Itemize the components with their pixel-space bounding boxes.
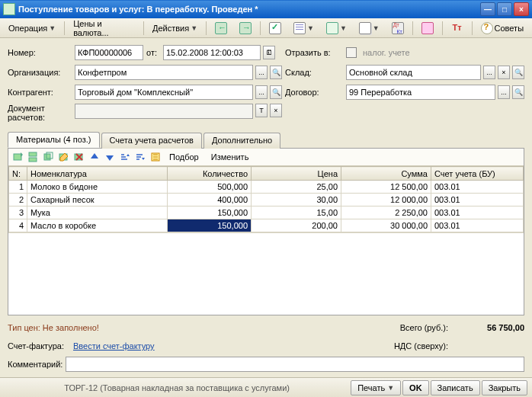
sort-desc-button[interactable]	[133, 150, 147, 164]
cell-nom[interactable]: Мука	[27, 207, 168, 219]
cell-n[interactable]: 3	[9, 207, 27, 219]
copy-button[interactable]: ▼	[354, 20, 385, 37]
sort-asc-button[interactable]	[118, 150, 132, 164]
actions-menu[interactable]: Действия ▼	[147, 21, 203, 35]
materials-grid[interactable]: N: Номенклатура Количество Цена Сумма Сч…	[8, 166, 524, 315]
post-button[interactable]	[264, 20, 287, 37]
col-number[interactable]: N:	[9, 167, 27, 181]
window-titlebar: Поступление товаров и услуг: В переработ…	[0, 0, 532, 18]
cell-acc[interactable]: 003.01	[431, 181, 524, 194]
green-doc-icon	[326, 22, 338, 34]
cell-sum[interactable]: 12 000,00	[341, 194, 431, 207]
cell-nom[interactable]: Сахарный песок	[27, 194, 168, 207]
cell-nom[interactable]: Молоко в бидоне	[27, 181, 168, 194]
delete-row-button[interactable]	[72, 150, 86, 164]
tax-checkbox[interactable]	[346, 47, 357, 58]
cell-acc[interactable]: 003.01	[431, 194, 524, 207]
number-field[interactable]	[75, 45, 143, 60]
col-nomenclature[interactable]: Номенклатура	[27, 167, 168, 181]
dtkt-icon	[392, 22, 404, 34]
move-up-button[interactable]	[88, 150, 101, 164]
add-row-button[interactable]	[11, 150, 25, 164]
cell-price[interactable]: 30,00	[252, 194, 341, 207]
change-button[interactable]: Изменить	[206, 150, 255, 164]
counterparty-field[interactable]	[75, 85, 253, 100]
date-picker-button[interactable]: 🗓	[263, 46, 275, 59]
col-account[interactable]: Счет учета (БУ)	[431, 167, 524, 181]
contract-select-button[interactable]: ...	[498, 85, 510, 99]
close-button[interactable]: Закрыть	[482, 380, 527, 395]
comment-label: Комментарий:	[8, 360, 66, 369]
cell-sum[interactable]: 12 500,00	[341, 181, 431, 194]
cell-n[interactable]: 1	[9, 181, 27, 194]
tab-materials[interactable]: Материалы (4 поз.)	[8, 132, 100, 148]
counterparty-open-button[interactable]: 🔍	[270, 85, 282, 99]
ok-button[interactable]: OK	[402, 380, 429, 395]
prices-button[interactable]: Цены и валюта...	[68, 17, 140, 40]
report-button[interactable]: ▼	[288, 20, 319, 37]
operation-menu[interactable]: Операция ▼	[3, 21, 61, 35]
col-quantity[interactable]: Количество	[168, 167, 252, 181]
cell-n[interactable]: 4	[9, 219, 27, 232]
enter-invoice-link[interactable]: Ввести счет-фактуру	[73, 341, 155, 351]
maximize-button[interactable]: □	[497, 2, 512, 16]
copy-row-button[interactable]	[42, 150, 56, 164]
change-label: Изменить	[211, 152, 249, 162]
tab-accounts[interactable]: Счета учета расчетов	[101, 133, 202, 149]
table-row[interactable]: 4Масло в коробке150,000200,0030 000,0000…	[9, 219, 524, 232]
org-open-button[interactable]: 🔍	[270, 66, 282, 79]
counterparty-select-button[interactable]: ...	[255, 85, 268, 99]
cell-qty[interactable]: 150,000	[168, 219, 252, 232]
warehouse-open-button[interactable]: 🔍	[512, 66, 524, 79]
close-window-button[interactable]: ×	[514, 2, 529, 16]
movements-button[interactable]	[386, 20, 409, 37]
warehouse-clear-button[interactable]: ×	[498, 66, 510, 79]
basis-button[interactable]: ▼	[321, 20, 352, 37]
comment-field[interactable]	[66, 357, 524, 372]
minimize-button[interactable]: —	[480, 2, 495, 16]
number-label: Номер:	[8, 48, 72, 57]
warehouse-select-button[interactable]: ...	[483, 66, 495, 79]
table-row[interactable]: 3Мука150,00015,002 250,00003.01	[9, 207, 524, 219]
insert-row-button[interactable]	[27, 150, 40, 164]
date-field[interactable]	[163, 45, 261, 60]
edit-row-button[interactable]	[57, 150, 71, 164]
cell-nom[interactable]: Масло в коробке	[27, 219, 168, 232]
move-down-button[interactable]	[103, 150, 117, 164]
org-field[interactable]	[75, 65, 253, 80]
nav-back-button[interactable]	[210, 20, 232, 37]
selection-button[interactable]: Подбор	[164, 150, 204, 164]
cell-acc[interactable]: 003.01	[431, 219, 524, 232]
contract-open-button[interactable]: 🔍	[512, 85, 524, 99]
org-select-button[interactable]: ...	[255, 66, 268, 79]
print-button[interactable]: Печать▼	[351, 380, 401, 395]
cell-qty[interactable]: 500,000	[168, 181, 252, 194]
cell-qty[interactable]: 400,000	[168, 194, 252, 207]
cell-n[interactable]: 2	[9, 194, 27, 207]
settlement-clear-button[interactable]: ×	[270, 104, 282, 117]
cell-price[interactable]: 25,00	[252, 181, 341, 194]
table-row[interactable]: 1Молоко в бидоне500,00025,0012 500,00003…	[9, 181, 524, 194]
cell-acc[interactable]: 003.01	[431, 207, 524, 219]
advice-label: Советы	[495, 24, 524, 33]
contract-field[interactable]	[346, 85, 495, 100]
fill-button[interactable]	[149, 150, 162, 164]
settlement-type-button[interactable]: T	[255, 104, 268, 117]
nav-forward-button[interactable]	[234, 20, 257, 37]
advice-button[interactable]: Советы	[476, 20, 529, 37]
col-sum[interactable]: Сумма	[341, 167, 431, 181]
col-price[interactable]: Цена	[252, 167, 341, 181]
copy-icon	[359, 22, 371, 34]
cell-price[interactable]: 15,00	[252, 207, 341, 219]
grid-empty-area[interactable]	[8, 232, 524, 315]
cell-price[interactable]: 200,00	[252, 219, 341, 232]
table-row[interactable]: 2Сахарный песок400,00030,0012 000,00003.…	[9, 194, 524, 207]
tab-additional[interactable]: Дополнительно	[204, 133, 280, 149]
cell-qty[interactable]: 150,000	[168, 207, 252, 219]
write-button[interactable]: Записать	[431, 380, 480, 395]
attach-button[interactable]	[416, 20, 439, 37]
cell-sum[interactable]: 2 250,00	[341, 207, 431, 219]
showhide-button[interactable]	[446, 20, 469, 37]
warehouse-field[interactable]	[346, 65, 481, 80]
cell-sum[interactable]: 30 000,00	[341, 219, 431, 232]
